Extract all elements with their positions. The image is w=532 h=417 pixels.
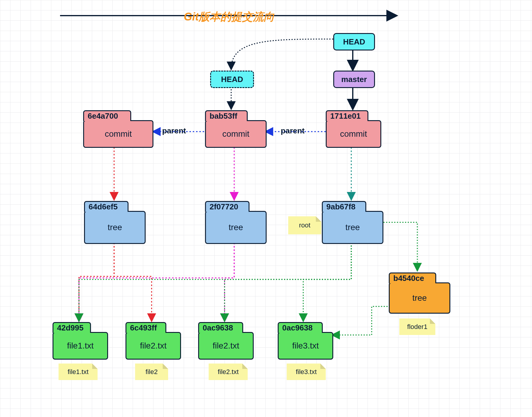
note-root: root xyxy=(288,216,321,234)
edge-label-parent: parent xyxy=(162,126,186,135)
ref-head-detached: HEAD xyxy=(210,71,254,88)
tree-hash: 9ab67f8 xyxy=(322,201,366,212)
tree-label: tree xyxy=(85,212,145,243)
note-file2: file2 xyxy=(135,364,168,380)
commit-label: commit xyxy=(206,121,266,147)
commit-node: 1711e01 commit xyxy=(326,120,381,148)
note-file1: file1.txt xyxy=(59,364,98,380)
diagram-title: Git版本的提交流向 xyxy=(184,10,274,24)
commit-node: 6e4a700 commit xyxy=(83,120,153,148)
commit-hash: 6e4a700 xyxy=(83,110,131,121)
blob-node: 0ac9638 file3.txt xyxy=(278,332,333,360)
tree-hash: b4540ce xyxy=(389,272,436,283)
commit-label: commit xyxy=(327,121,380,147)
tree-label: tree xyxy=(323,212,382,243)
commit-hash: bab53ff xyxy=(205,110,248,121)
subtree-node: b4540ce tree xyxy=(389,282,450,314)
tree-label: tree xyxy=(390,283,449,313)
commit-label: commit xyxy=(84,121,153,147)
note-file3: file3.txt xyxy=(287,364,326,380)
blob-label: file1.txt xyxy=(53,333,107,359)
tree-label: tree xyxy=(206,212,266,243)
ref-master: master xyxy=(333,71,375,88)
blob-label: file2.txt xyxy=(126,333,180,359)
blob-label: file2.txt xyxy=(199,333,253,359)
commit-hash: 1711e01 xyxy=(326,110,368,121)
blob-node: 6c493ff file2.txt xyxy=(125,332,181,360)
blob-hash: 0ac9638 xyxy=(278,322,323,333)
blob-node: 0ac9638 file2.txt xyxy=(198,332,254,360)
blob-hash: 0ac9638 xyxy=(198,322,243,333)
tree-node: 2f07720 tree xyxy=(205,211,267,244)
ref-head: HEAD xyxy=(333,33,375,50)
tree-hash: 64d6ef5 xyxy=(84,201,128,212)
blob-label: file3.txt xyxy=(279,333,332,359)
blob-hash: 6c493ff xyxy=(125,322,166,333)
note-floder1: floder1 xyxy=(399,318,435,335)
blob-hash: 42d995 xyxy=(53,322,91,333)
tree-node: 9ab67f8 tree xyxy=(322,211,383,244)
blob-node: 42d995 file1.txt xyxy=(53,332,108,360)
commit-node: bab53ff commit xyxy=(205,120,267,148)
tree-hash: 2f07720 xyxy=(205,201,249,212)
note-file2txt: file2.txt xyxy=(209,364,248,380)
tree-node: 64d6ef5 tree xyxy=(84,211,146,244)
edge-label-parent: parent xyxy=(281,126,304,135)
